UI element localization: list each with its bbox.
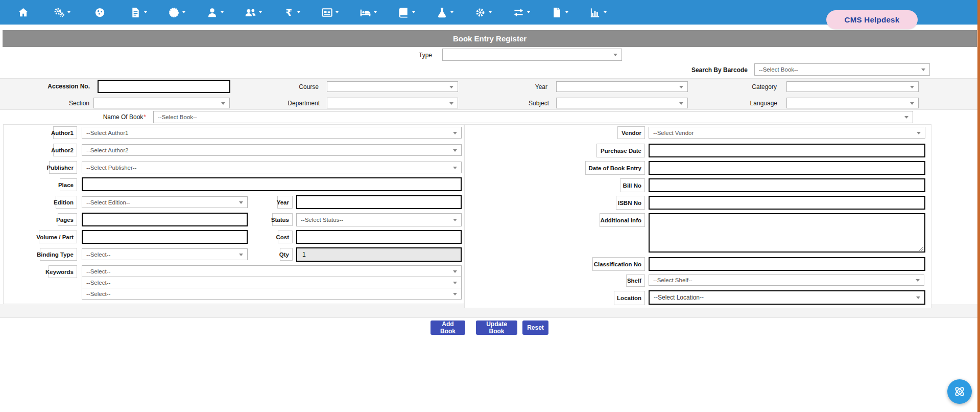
cost-input[interactable] <box>296 230 462 244</box>
nav-check-circle-button[interactable] <box>157 0 196 25</box>
purchase-date-label: Purchase Date <box>596 144 645 157</box>
chevron-down-icon <box>565 11 568 13</box>
pages-input[interactable] <box>82 213 248 226</box>
department-select[interactable] <box>327 98 458 108</box>
update-book-button[interactable]: Update Book <box>476 321 517 335</box>
gear-icon <box>474 7 486 18</box>
status-select[interactable]: --Select Status-- <box>296 213 462 226</box>
page: ₹ CMS Helpdesk Book Entry Register Type … <box>0 0 980 412</box>
nav-book-button[interactable] <box>387 0 425 25</box>
chevron-down-icon <box>182 11 185 13</box>
place-input[interactable] <box>82 177 462 191</box>
home-icon <box>17 7 29 18</box>
subject-select[interactable] <box>556 98 688 108</box>
chevron-down-icon <box>259 11 262 13</box>
nav-dashboard-button[interactable] <box>81 0 119 25</box>
nav-home-button[interactable] <box>4 0 42 25</box>
author2-select[interactable]: --Select Author2 <box>82 144 462 156</box>
nav-document-button[interactable] <box>119 0 157 25</box>
accession-no-label: Accession No. <box>15 83 90 90</box>
volume-part-input[interactable] <box>82 230 248 244</box>
section-label: Section <box>38 100 89 107</box>
add-book-button[interactable]: Add Book <box>431 321 465 335</box>
shelf-select[interactable]: --Select Shelf-- <box>649 274 924 286</box>
nav-cogs-button[interactable] <box>42 0 81 25</box>
status-label: Status <box>272 213 293 226</box>
section-select[interactable] <box>93 98 230 108</box>
type-select[interactable] <box>442 49 622 61</box>
chevron-down-icon <box>450 11 453 13</box>
subject-label: Subject <box>498 100 549 107</box>
author1-label: Author1 <box>53 126 77 139</box>
document-icon <box>130 7 141 18</box>
nav-gear-button[interactable] <box>464 0 502 25</box>
department-label: Department <box>269 100 320 107</box>
year-filter-select[interactable] <box>556 81 688 92</box>
classification-no-input[interactable] <box>649 257 925 271</box>
purchase-date-input[interactable] <box>649 144 925 157</box>
nav-file-button[interactable] <box>540 0 579 25</box>
keyword3-select[interactable]: --Select-- <box>82 288 462 300</box>
nav-bar-chart-button[interactable] <box>579 0 617 25</box>
bill-no-input[interactable] <box>649 178 925 192</box>
check-circle-icon <box>168 7 180 18</box>
publisher-select-value: --Select Publisher-- <box>86 165 136 171</box>
name-of-book-select[interactable]: --Select Book-- <box>153 111 913 123</box>
newspaper-icon <box>321 7 333 18</box>
bar-chart-icon <box>589 7 601 18</box>
nav-bed-button[interactable] <box>349 0 387 25</box>
keyword3-select-value: --Select-- <box>86 291 110 297</box>
accession-no-input[interactable] <box>98 80 230 93</box>
nav-transfer-button[interactable] <box>502 0 540 25</box>
isbn-no-input[interactable] <box>649 196 925 210</box>
svg-text:₹: ₹ <box>285 7 292 17</box>
edition-label: Edition <box>56 196 77 209</box>
qty-input[interactable] <box>296 247 462 262</box>
user-icon <box>206 7 218 18</box>
transfer-icon <box>513 7 524 18</box>
keyword1-select[interactable]: --Select-- <box>82 265 462 277</box>
nav-flask-button[interactable] <box>425 0 464 25</box>
author2-select-value: --Select Author2 <box>86 147 128 153</box>
shelf-select-value: --Select Shelf-- <box>653 277 692 283</box>
course-select[interactable] <box>327 81 458 92</box>
chevron-down-icon <box>297 11 300 13</box>
nav-user-button[interactable] <box>196 0 234 25</box>
reset-button[interactable]: Reset <box>522 321 548 335</box>
page-title-bar: Book Entry Register <box>3 30 977 47</box>
year-filter-label: Year <box>496 83 547 90</box>
shelf-label: Shelf <box>626 274 645 287</box>
publisher-select[interactable]: --Select Publisher-- <box>82 162 462 173</box>
nav-newspaper-button[interactable] <box>310 0 349 25</box>
bed-icon <box>360 7 371 18</box>
status-select-value: --Select Status-- <box>301 217 343 223</box>
fab-chat-button[interactable] <box>947 379 972 404</box>
dashboard-icon <box>94 7 106 18</box>
chevron-down-icon <box>374 11 377 13</box>
language-select[interactable] <box>786 98 919 108</box>
vendor-select-value: --Select Vendor <box>653 130 694 136</box>
cost-label: Cost <box>278 231 293 243</box>
search-by-barcode-select[interactable]: --Select Book-- <box>754 63 930 76</box>
keyword1-select-value: --Select-- <box>86 268 110 274</box>
binding-type-select[interactable]: --Select-- <box>82 248 248 260</box>
keyword2-select[interactable]: --Select-- <box>82 277 462 288</box>
nav-users-button[interactable] <box>234 0 272 25</box>
atom-icon <box>952 384 967 399</box>
name-of-book-select-value: --Select Book-- <box>158 114 197 120</box>
edition-select[interactable]: --Select Edition-- <box>82 196 248 208</box>
category-select[interactable] <box>786 81 919 92</box>
author1-select[interactable]: --Select Author1 <box>82 127 462 139</box>
cms-helpdesk-badge[interactable]: CMS Helpdesk <box>826 10 918 29</box>
chevron-down-icon <box>67 11 70 13</box>
date-of-book-entry-input[interactable] <box>649 161 925 175</box>
vendor-select[interactable]: --Select Vendor <box>649 127 925 139</box>
search-by-barcode-label: Search By Barcode <box>654 66 748 74</box>
nav-rupee-button[interactable]: ₹ <box>272 0 310 25</box>
chevron-down-icon <box>527 11 530 13</box>
vendor-label: Vendor <box>617 126 645 139</box>
year-input[interactable] <box>296 195 462 209</box>
course-label: Course <box>268 83 319 90</box>
additional-info-textarea[interactable] <box>649 213 925 253</box>
location-select[interactable]: --Select Location-- <box>649 290 925 305</box>
